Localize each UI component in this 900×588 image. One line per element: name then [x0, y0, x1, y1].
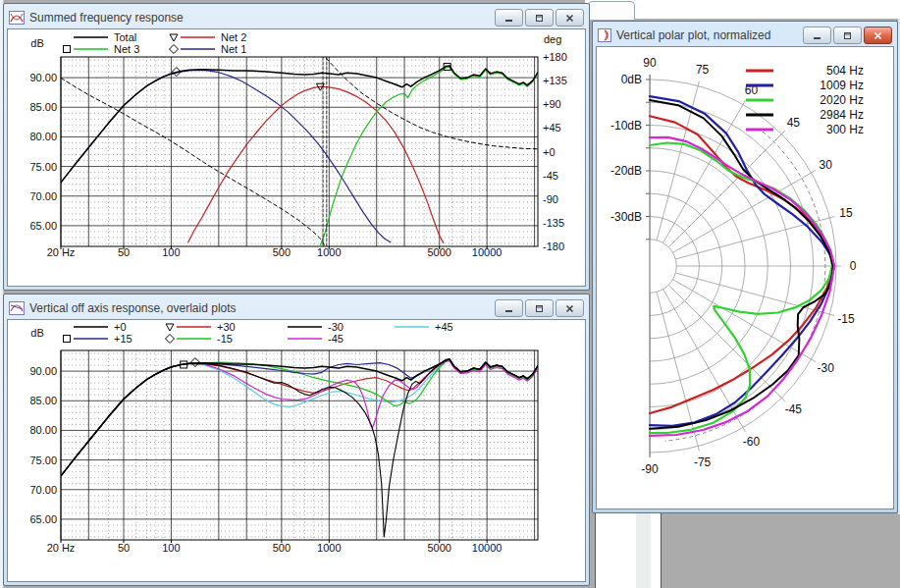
polar-window-icon	[598, 28, 611, 42]
svg-text:85.00: 85.00	[29, 395, 57, 406]
svg-text:100: 100	[162, 246, 180, 258]
minimize-button[interactable]	[495, 9, 523, 27]
svg-text:5000: 5000	[427, 542, 450, 554]
svg-text:+0: +0	[114, 321, 127, 333]
restore-button[interactable]	[833, 27, 862, 44]
svg-text:504 Hz: 504 Hz	[826, 64, 864, 78]
svg-text:-90: -90	[543, 193, 558, 205]
svg-text:-135: -135	[543, 217, 564, 229]
svg-text:75.00: 75.00	[29, 454, 57, 466]
svg-text:0dB: 0dB	[621, 73, 642, 86]
summed-chart-area: 20 Hz50100500100050001000090.0085.0080.0…	[7, 28, 586, 287]
svg-text:+45: +45	[435, 321, 453, 333]
svg-text:+90: +90	[543, 98, 561, 110]
svg-text:75.00: 75.00	[29, 161, 57, 173]
close-button[interactable]	[864, 27, 892, 44]
svg-text:-15: -15	[217, 333, 233, 345]
svg-text:+180: +180	[543, 51, 567, 63]
svg-text:15: 15	[839, 206, 853, 220]
svg-text:-30: -30	[818, 361, 835, 375]
svg-text:90.00: 90.00	[29, 365, 57, 377]
svg-text:80.00: 80.00	[29, 131, 57, 142]
svg-text:50: 50	[118, 246, 130, 258]
svg-text:50: 50	[118, 542, 130, 554]
svg-text:10000: 10000	[472, 246, 503, 258]
polar-chart-area: 0dB-10dB-20dB-30dB9075604530150-15-30-45…	[596, 46, 894, 509]
svg-text:65.00: 65.00	[29, 513, 57, 525]
svg-text:-20dB: -20dB	[610, 164, 642, 178]
svg-text:-90: -90	[641, 462, 659, 476]
svg-text:+135: +135	[543, 75, 567, 86]
svg-text:-45: -45	[543, 170, 558, 182]
svg-text:5000: 5000	[427, 246, 450, 258]
svg-text:1009 Hz: 1009 Hz	[820, 79, 864, 92]
svg-text:+0: +0	[543, 146, 556, 158]
svg-text:500: 500	[273, 246, 291, 258]
svg-text:Net 3: Net 3	[114, 43, 139, 55]
background-bottom-window-fragment	[595, 511, 662, 588]
background-bottom-window-scrollstrip	[636, 511, 651, 588]
window-title: Vertical polar plot, normalized	[616, 28, 798, 42]
offaxis-chart-area: 20 Hz50100500100050001000090.0085.0080.0…	[7, 319, 586, 582]
titlebar-polar[interactable]: Vertical polar plot, normalized	[596, 25, 894, 46]
svg-text:0: 0	[850, 259, 857, 273]
svg-text:+30: +30	[217, 321, 236, 333]
svg-text:20 Hz: 20 Hz	[47, 246, 76, 258]
restore-button[interactable]	[525, 299, 554, 317]
svg-text:70.00: 70.00	[29, 484, 57, 496]
svg-text:-60: -60	[743, 435, 761, 449]
svg-text:30: 30	[820, 158, 833, 172]
svg-text:-45: -45	[785, 402, 803, 416]
background-top-window-corner	[588, 1, 635, 20]
window-vertical-off-axis-response: Vertical off axis response, overlaid plo…	[3, 294, 590, 586]
close-button[interactable]	[556, 299, 584, 317]
close-button[interactable]	[556, 9, 584, 27]
svg-text:-30dB: -30dB	[610, 210, 642, 224]
window-vertical-polar-plot: Vertical polar plot, normalized 0dB-10dB…	[592, 21, 898, 513]
svg-text:dB: dB	[30, 37, 43, 49]
svg-text:-45: -45	[328, 333, 344, 345]
svg-text:-30: -30	[328, 321, 344, 333]
svg-text:-15: -15	[837, 312, 855, 326]
svg-text:65.00: 65.00	[29, 220, 57, 232]
svg-text:1000: 1000	[317, 246, 341, 258]
window-title: Vertical off axis response, overlaid plo…	[29, 301, 490, 315]
svg-text:-10dB: -10dB	[610, 119, 642, 133]
svg-text:Net 2: Net 2	[221, 31, 246, 43]
minimize-button[interactable]	[803, 27, 831, 44]
chart-window-icon	[9, 11, 25, 25]
svg-text:2984 Hz: 2984 Hz	[820, 108, 864, 122]
svg-text:90.00: 90.00	[29, 72, 57, 83]
svg-text:100: 100	[162, 542, 180, 554]
window-title: Summed frequency response	[29, 11, 490, 25]
svg-text:90: 90	[643, 56, 657, 70]
svg-text:75: 75	[696, 63, 710, 77]
svg-text:2020 Hz: 2020 Hz	[820, 93, 864, 107]
svg-text:20 Hz: 20 Hz	[47, 542, 76, 554]
svg-text:500: 500	[273, 542, 291, 554]
titlebar-summed[interactable]: Summed frequency response	[7, 7, 586, 28]
svg-text:10000: 10000	[472, 542, 503, 554]
titlebar-offaxis[interactable]: Vertical off axis response, overlaid plo…	[7, 297, 586, 319]
svg-text:300 Hz: 300 Hz	[826, 123, 864, 136]
minimize-button[interactable]	[495, 299, 523, 317]
svg-text:70.00: 70.00	[29, 190, 57, 202]
svg-text:Net 1: Net 1	[221, 43, 246, 55]
svg-text:+45: +45	[543, 122, 561, 134]
summed-chart-canvas: 20 Hz50100500100050001000090.0085.0080.0…	[8, 29, 585, 286]
svg-text:-180: -180	[543, 241, 564, 252]
window-summed-frequency-response: Summed frequency response 20 Hz501005001…	[3, 3, 590, 291]
polar-chart-canvas: 0dB-10dB-20dB-30dB9075604530150-15-30-45…	[597, 47, 893, 508]
svg-text:dB: dB	[30, 327, 43, 339]
svg-text:85.00: 85.00	[29, 101, 57, 113]
restore-button[interactable]	[525, 9, 554, 27]
svg-text:-75: -75	[694, 455, 712, 469]
svg-text:Total: Total	[114, 31, 136, 43]
chart-window-icon	[9, 301, 25, 315]
svg-text:80.00: 80.00	[29, 424, 57, 436]
svg-text:+15: +15	[114, 333, 132, 345]
svg-text:1000: 1000	[317, 542, 341, 554]
offaxis-chart-canvas: 20 Hz50100500100050001000090.0085.0080.0…	[8, 320, 585, 581]
svg-text:deg: deg	[544, 33, 561, 45]
svg-text:45: 45	[787, 116, 801, 130]
